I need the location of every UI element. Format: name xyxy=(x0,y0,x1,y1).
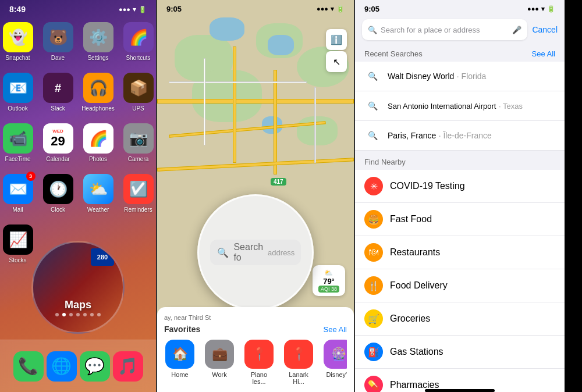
fav-lanark[interactable]: 📍 Lanark Hi... xyxy=(283,340,314,385)
road-main-v1 xyxy=(233,47,236,163)
app-weather[interactable]: ⛅ Weather xyxy=(82,174,114,213)
groceries-icon: 🛒 xyxy=(364,309,383,328)
dock-safari[interactable]: 🌐 xyxy=(47,351,77,382)
app-settings[interactable]: ⚙️ Settings xyxy=(82,22,114,61)
park-area-4 xyxy=(297,116,338,145)
page-dot-3 xyxy=(69,313,73,316)
shortcuts-label: Shortcuts xyxy=(126,55,150,61)
pharmacies-icon: 💊 xyxy=(364,376,383,392)
search-glass-icon: 🔍 xyxy=(217,247,229,258)
search-placeholder-p3: Search for a place or address xyxy=(381,26,480,34)
dock-music[interactable]: 🎵 xyxy=(113,351,143,382)
app-outlook[interactable]: 📧 Outlook xyxy=(2,73,34,112)
recent-see-all[interactable]: See All xyxy=(532,49,555,58)
favorites-card: ay, near Third St Favorites See All 🏠 Ho… xyxy=(157,307,354,392)
dave-icon: 🐻 xyxy=(43,22,73,52)
recent-search-icon-1: 🔍 xyxy=(364,68,381,84)
app-camera[interactable]: 📷 Camera xyxy=(122,123,154,162)
fav-piano[interactable]: 📍 Piano les... xyxy=(243,340,275,385)
home-indicator xyxy=(425,389,495,392)
maps-circle-label: Maps xyxy=(65,299,91,311)
nearby-label-groceries: Groceries xyxy=(390,313,430,324)
headphones-icon: 🎧 xyxy=(83,73,113,103)
cancel-button[interactable]: Cancel xyxy=(532,25,558,34)
time-display-1: 8:49 xyxy=(9,5,26,14)
app-snapchat[interactable]: 👻 Snapchat xyxy=(2,22,34,61)
clock-label: Clock xyxy=(51,206,65,213)
slack-icon: # xyxy=(43,73,73,103)
fav-disney-label: Disney's xyxy=(326,371,347,378)
microphone-btn-p3[interactable]: 🎤 xyxy=(512,26,521,34)
app-photos[interactable]: 🌈 Photos xyxy=(82,123,114,162)
recent-item-disney[interactable]: 🔍 Walt Disney World · Florida xyxy=(355,62,565,91)
recent-text-1: Walt Disney World · Florida xyxy=(388,71,555,81)
fav-home[interactable]: 🏠 Home xyxy=(164,340,196,385)
recent-subtitle-2: Texas xyxy=(503,102,523,111)
dock-messages[interactable]: 💬 xyxy=(80,351,110,382)
recent-dot-2: · xyxy=(499,102,503,111)
app-clock[interactable]: 🕐 Clock xyxy=(42,174,74,213)
aqi-badge: AQI 38 xyxy=(318,286,339,293)
nearby-food-delivery[interactable]: 🍴 Food Delivery xyxy=(355,269,565,302)
nearby-groceries[interactable]: 🛒 Groceries xyxy=(355,302,565,336)
app-slack[interactable]: # Slack xyxy=(42,73,74,112)
camera-label: Camera xyxy=(128,156,149,162)
road-thin-v1 xyxy=(204,58,205,145)
headphones-label: Headphones xyxy=(81,105,115,112)
app-stocks[interactable]: 📈 Stocks xyxy=(2,224,34,263)
fav-lanark-label: Lanark Hi... xyxy=(283,371,314,385)
weather-temp: 79° xyxy=(318,277,339,286)
app-grid-row3: 📹 FaceTime WED 29 Calendar 🌈 Photos 📷 Ca… xyxy=(0,117,156,168)
search-glass-p3: 🔍 xyxy=(368,26,377,34)
highway-shield-icon: 280 xyxy=(91,248,114,266)
recent-subtitle-1: Florida xyxy=(462,72,487,81)
maps-wifi-icon: ▾ xyxy=(331,5,334,13)
nearby-label-fastfood: Fast Food xyxy=(390,214,432,224)
fav-work[interactable]: 💼 Work xyxy=(204,340,235,385)
app-reminders[interactable]: ☑️ Reminders xyxy=(122,174,154,213)
weather-icon-badge: ⛅ xyxy=(318,269,339,277)
fav-disney[interactable]: 🎡 Disney's xyxy=(322,340,347,385)
app-dave[interactable]: 🐻 Dave xyxy=(42,22,74,61)
food-delivery-icon: 🍴 xyxy=(364,276,383,295)
app-mail[interactable]: ✉️ 3 Mail xyxy=(2,174,34,213)
p3-signal-icon: ●●● xyxy=(527,5,539,13)
app-calendar[interactable]: WED 29 Calendar xyxy=(42,123,74,162)
snapchat-icon: 👻 xyxy=(3,22,33,52)
dock-phone[interactable]: 📞 xyxy=(13,351,44,382)
search-zoom-overlay: 🔍 Search fo address xyxy=(197,194,314,311)
nearby-restaurants[interactable]: 🍽 Restaurants xyxy=(355,236,565,269)
maps-app-circle[interactable]: 280 Maps xyxy=(31,241,125,334)
search-bar-row: 🔍 Search for a place or address 🎤 Cancel xyxy=(355,16,565,44)
phone2-maps: 417 9:05 ●●● ▾ 🔋 ℹ️ ↖ ⛅ 79° AQI 38 🔍 Sea… xyxy=(157,0,355,392)
nearby-pharmacies[interactable]: 💊 Pharmacies xyxy=(355,369,565,392)
phone3-status-bar: 9:05 ●●● ▾ 🔋 xyxy=(355,0,565,16)
app-ups[interactable]: 📦 UPS xyxy=(122,73,154,112)
road-main-v2 xyxy=(274,70,277,174)
maps-signal-icon: ●●● xyxy=(317,5,328,13)
outlook-label: Outlook xyxy=(8,105,27,112)
app-facetime[interactable]: 📹 FaceTime xyxy=(2,123,34,162)
app-shortcuts[interactable]: 🌈 Shortcuts xyxy=(122,22,154,61)
nearby-fastfood[interactable]: 🍔 Fast Food xyxy=(355,203,565,236)
nearby-covid[interactable]: ✳ COVID-19 Testing xyxy=(355,170,565,203)
favorites-see-all[interactable]: See All xyxy=(324,325,347,334)
p3-wifi-icon: ▾ xyxy=(541,5,545,13)
recent-item-paris[interactable]: 🔍 Paris, France · Île-de-France xyxy=(355,121,565,151)
app-headphones[interactable]: 🎧 Headphones xyxy=(82,73,114,112)
location-button[interactable]: ↖ xyxy=(326,51,347,72)
recent-item-airport[interactable]: 🔍 San Antonio International Airport · Te… xyxy=(355,91,565,121)
maps-time: 9:05 xyxy=(166,5,182,13)
search-inner[interactable]: 🔍 Search fo address xyxy=(210,240,300,265)
nearby-gas[interactable]: ⛽ Gas Stations xyxy=(355,336,565,369)
app-grid-row2: 📧 Outlook # Slack 🎧 Headphones 📦 UPS xyxy=(0,67,156,117)
page-dot-4 xyxy=(76,313,80,316)
find-nearby-title: Find Nearby xyxy=(364,158,406,166)
page-dot-2 xyxy=(62,313,66,316)
mail-badge: 3 xyxy=(26,172,36,181)
wifi-icon: ▾ xyxy=(133,6,136,13)
fav-home-icon: 🏠 xyxy=(165,340,194,369)
info-button[interactable]: ℹ️ xyxy=(326,29,347,50)
search-field[interactable]: 🔍 Search for a place or address 🎤 xyxy=(362,19,527,40)
weather-badge: ⛅ 79° AQI 38 xyxy=(313,265,345,296)
